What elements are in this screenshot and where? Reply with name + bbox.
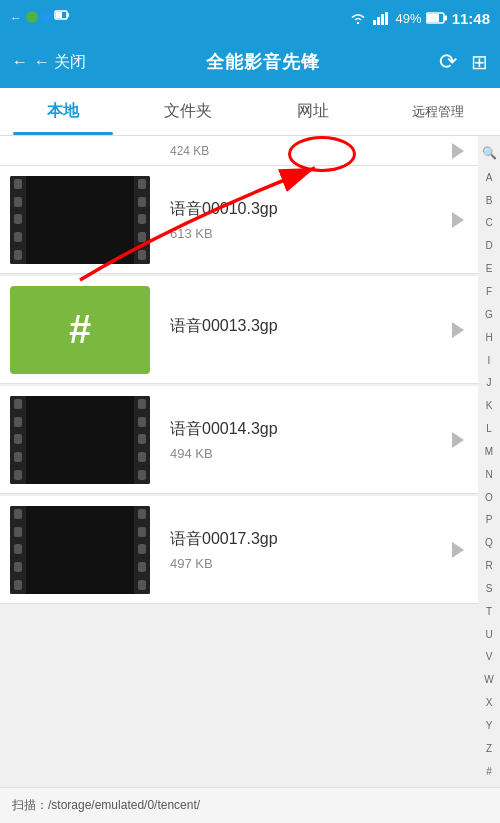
status-left: ← [10,7,70,30]
list-item[interactable]: # 语音00013.3gp [0,276,478,384]
row-arrow-3 [452,432,464,448]
svg-rect-6 [373,20,376,25]
partial-size: 424 KB [170,144,209,158]
alpha-S[interactable]: S [486,583,493,594]
alpha-N[interactable]: N [485,469,492,480]
svg-rect-5 [56,12,62,18]
hash-thumbnail-2: # [10,286,150,374]
film-strip-left-1 [10,176,26,264]
tab-folder[interactable]: 文件夹 [125,88,250,135]
time-display: 11:48 [452,10,490,27]
list-item[interactable]: 语音00014.3gp 494 KB [0,386,478,494]
svg-rect-4 [67,13,69,17]
battery-icon [426,11,448,25]
list-item[interactable]: 语音00010.3gp 613 KB [0,166,478,274]
file-name-4: 语音00017.3gp [170,529,432,550]
tabs-bar: 本地 文件夹 网址 远程管理 [0,88,500,136]
alpha-hash[interactable]: # [486,766,492,777]
file-info-4: 语音00017.3gp 497 KB [150,519,452,581]
alpha-D[interactable]: D [485,240,492,251]
title-bar: ← ← 关闭 全能影音先锋 ⟳ ⊞ [0,36,500,88]
title-actions: ⟳ ⊞ [439,49,488,75]
alpha-G[interactable]: G [485,309,493,320]
svg-point-1 [26,11,38,23]
alpha-C[interactable]: C [485,217,492,228]
alpha-P[interactable]: P [486,514,493,525]
alpha-K[interactable]: K [486,400,493,411]
alpha-E[interactable]: E [486,263,493,274]
partial-file-row: 424 KB [0,136,478,166]
file-size-1: 613 KB [170,226,432,241]
alpha-M[interactable]: M [485,446,493,457]
bottom-bar: 扫描：/storage/emulated/0/tencent/ [0,787,500,823]
list-item[interactable]: 语音00017.3gp 497 KB [0,496,478,604]
file-size-4: 497 KB [170,556,432,571]
tab-remote[interactable]: 远程管理 [375,88,500,135]
alpha-B[interactable]: B [486,195,493,206]
svg-rect-12 [427,14,439,22]
alpha-U[interactable]: U [485,629,492,640]
alpha-X[interactable]: X [486,697,493,708]
svg-text:←: ← [10,11,22,25]
alpha-R[interactable]: R [485,560,492,571]
alpha-Q[interactable]: Q [485,537,493,548]
alpha-H[interactable]: H [485,332,492,343]
alpha-I[interactable]: I [488,355,491,366]
svg-rect-8 [381,14,384,25]
alpha-F[interactable]: F [486,286,492,297]
svg-rect-7 [377,17,380,25]
signal-icon [372,10,392,26]
tab-url[interactable]: 网址 [250,88,375,135]
file-list: 424 KB [0,136,478,787]
row-arrow-4 [452,542,464,558]
film-strip-left-3 [10,396,26,484]
video-thumbnail-1 [10,176,150,264]
film-strip-left-4 [10,506,26,594]
status-right: 49% 11:48 [348,10,490,27]
alpha-J[interactable]: J [487,377,492,388]
grid-view-button[interactable]: ⊞ [471,50,488,74]
video-thumbnail-3 [10,396,150,484]
alpha-Y[interactable]: Y [486,720,493,731]
file-info-3: 语音00014.3gp 494 KB [150,409,452,471]
hash-symbol: # [69,307,91,352]
row-arrow-2 [452,322,464,338]
back-close-button[interactable]: ← ← 关闭 [12,52,86,73]
content-area: 424 KB [0,136,500,787]
file-name-3: 语音00014.3gp [170,419,432,440]
alpha-T[interactable]: T [486,606,492,617]
film-strip-right-4 [134,506,150,594]
svg-point-2 [40,11,52,23]
file-info-1: 语音00010.3gp 613 KB [150,189,452,251]
refresh-button[interactable]: ⟳ [439,49,457,75]
file-info-2: 语音00013.3gp [150,306,452,353]
row-arrow-1 [452,212,464,228]
signal-icons: ← [10,7,70,30]
alpha-A[interactable]: A [486,172,493,183]
wifi-icon [348,10,368,26]
film-strip-right-1 [134,176,150,264]
alpha-V[interactable]: V [486,651,493,662]
file-name-1: 语音00010.3gp [170,199,432,220]
status-bar: ← 49% 11:48 [0,0,500,36]
app-title: 全能影音先锋 [206,50,320,74]
back-arrow-icon: ← [12,53,28,71]
battery-percent: 49% [396,11,422,26]
svg-rect-9 [385,12,388,25]
svg-rect-11 [444,16,447,21]
video-thumbnail-4 [10,506,150,594]
film-strip-right-3 [134,396,150,484]
alpha-O[interactable]: O [485,492,493,503]
row-arrow-0 [452,143,464,159]
alpha-L[interactable]: L [486,423,492,434]
tab-local[interactable]: 本地 [0,88,125,135]
scan-path: 扫描：/storage/emulated/0/tencent/ [12,797,200,814]
alphabet-sidebar[interactable]: 🔍 A B C D E F G H I J K L M N O P Q R S … [478,136,500,787]
close-label[interactable]: ← 关闭 [34,52,86,73]
file-name-2: 语音00013.3gp [170,316,432,337]
alpha-W[interactable]: W [484,674,493,685]
file-size-3: 494 KB [170,446,432,461]
alpha-search[interactable]: 🔍 [482,146,497,160]
alpha-Z[interactable]: Z [486,743,492,754]
